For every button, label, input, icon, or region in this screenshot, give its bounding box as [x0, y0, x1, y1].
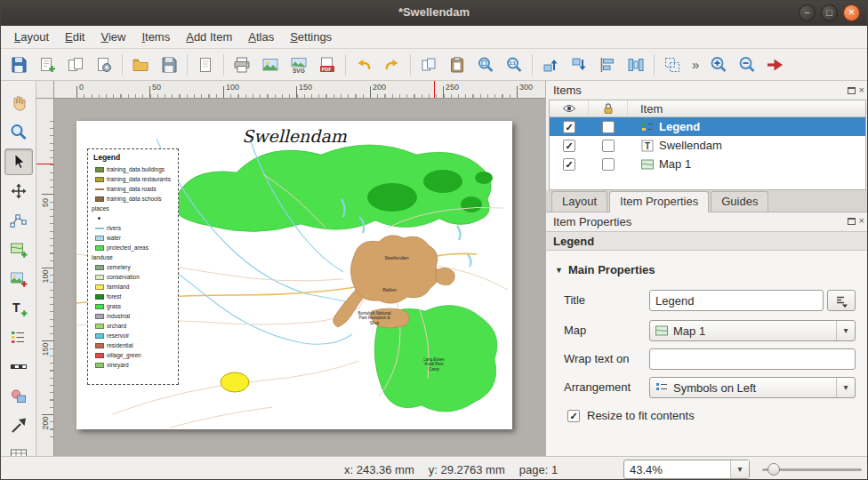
save-as-template-button[interactable] — [155, 51, 183, 79]
visibility-checkbox[interactable]: ✓ — [563, 140, 575, 152]
atlas-next-button[interactable] — [761, 51, 790, 79]
add-arrow-button[interactable] — [4, 412, 33, 439]
item-row-label: Legend — [659, 120, 700, 133]
chevron-down-icon: ▾ — [836, 378, 855, 397]
minimize-button[interactable]: − — [799, 4, 816, 21]
items-row-legend[interactable]: ✓ Legend — [550, 117, 865, 136]
menu-items[interactable]: Items — [133, 28, 178, 46]
distribute-items-button[interactable] — [622, 51, 650, 79]
menu-atlas[interactable]: Atlas — [240, 28, 282, 46]
zoom-slider-handle[interactable] — [768, 463, 780, 476]
zoom-level-combo[interactable]: ▾ — [623, 460, 750, 479]
lower-items-button[interactable] — [565, 51, 593, 79]
menu-edit[interactable]: Edit — [57, 28, 92, 46]
add-pages-button[interactable] — [191, 51, 220, 79]
group-icon — [663, 55, 682, 75]
item-row-label: Map 1 — [659, 157, 691, 171]
chevron-down-icon: ▾ — [836, 321, 855, 340]
visibility-checkbox[interactable]: ✓ — [563, 158, 575, 171]
menu-layout[interactable]: Layout — [6, 28, 57, 46]
title-bar: *Swellendam − □ × — [1, 1, 867, 27]
map-item-icon — [640, 157, 655, 172]
close-button[interactable]: × — [843, 4, 860, 21]
legend-item-icon — [640, 120, 655, 134]
maximize-button[interactable]: □ — [821, 4, 838, 21]
properties-panel-float-icon[interactable] — [848, 218, 856, 225]
add-label-button[interactable]: T — [4, 295, 33, 322]
edit-nodes-tool-button[interactable] — [4, 207, 33, 234]
wrap-text-input[interactable] — [649, 348, 856, 370]
duplicate-layout-button[interactable] — [61, 51, 90, 79]
layout-page[interactable]: Swellendam Railton Bontebok National Par… — [76, 121, 512, 429]
group-items-button[interactable] — [658, 51, 687, 79]
save-icon — [9, 55, 28, 75]
align-items-button[interactable] — [593, 51, 622, 79]
menu-view[interactable]: View — [92, 28, 133, 46]
legend-title-input[interactable] — [649, 290, 824, 311]
lock-checkbox[interactable] — [602, 121, 615, 133]
export-svg-button[interactable]: SVG — [285, 51, 313, 79]
select-move-item-tool-button[interactable] — [4, 148, 33, 175]
paste-icon — [447, 55, 467, 75]
items-panel-float-icon[interactable] — [848, 87, 856, 94]
menu-add-item[interactable]: Add Item — [178, 28, 240, 46]
add-map-button[interactable] — [4, 236, 33, 263]
tab-layout[interactable]: Layout — [551, 191, 607, 212]
legend-entry: farmland — [95, 282, 176, 292]
tab-guides[interactable]: Guides — [711, 191, 768, 212]
cursor-x-readout: x: 243.36 mm — [344, 463, 414, 476]
resize-to-fit-checkbox[interactable]: ✓ — [567, 410, 580, 422]
export-image-button[interactable] — [256, 51, 285, 79]
paste-button[interactable] — [443, 51, 471, 79]
tab-item-properties[interactable]: Item Properties — [609, 191, 709, 212]
items-row-map1[interactable]: ✓ Map 1 — [550, 155, 865, 173]
visibility-checkbox[interactable]: ✓ — [563, 121, 575, 133]
map-field-label: Map — [564, 324, 586, 337]
zoom-slider[interactable] — [762, 460, 862, 479]
zoom-actual-button[interactable]: 1:1 — [500, 51, 528, 79]
items-column-header: Item — [628, 100, 865, 116]
add-scalebar-button[interactable] — [4, 354, 33, 380]
zoom-out-button[interactable] — [733, 51, 761, 79]
export-pdf-button[interactable]: PDF — [313, 51, 342, 79]
zoom-level-input[interactable] — [624, 460, 730, 478]
undo-button[interactable] — [350, 51, 378, 79]
map-select[interactable]: Map 1 ▾ — [649, 320, 856, 341]
zoom-in-button[interactable] — [704, 51, 733, 79]
lock-checkbox[interactable] — [602, 158, 615, 171]
move-item-content-tool-button[interactable] — [4, 178, 33, 204]
menu-settings[interactable]: Settings — [282, 28, 340, 46]
layout-canvas[interactable]: Swellendam Railton Bontebok National Par… — [54, 99, 545, 456]
pdf-export-icon: PDF — [317, 55, 337, 75]
data-defined-override-button[interactable] — [827, 290, 856, 311]
pan-tool-button[interactable] — [4, 90, 33, 116]
zoom-full-button[interactable] — [471, 51, 500, 79]
add-shape-button[interactable] — [4, 383, 33, 410]
properties-panel-close-icon[interactable]: × — [859, 216, 864, 226]
distribute-icon — [626, 55, 646, 75]
arrangement-select[interactable]: Symbols on Left ▾ — [649, 377, 856, 398]
items-panel-close-icon[interactable]: × — [859, 85, 864, 95]
zoom-tool-button[interactable] — [4, 119, 33, 146]
layout-manager-button[interactable] — [90, 51, 118, 79]
raise-items-button[interactable] — [536, 51, 565, 79]
title-label-item[interactable]: Swellendam — [76, 126, 512, 146]
main-properties-group-header[interactable]: ▼ Main Properties — [555, 263, 655, 276]
lock-icon — [601, 101, 615, 116]
hruler-label: 250 — [446, 83, 459, 92]
copy-button[interactable] — [414, 51, 443, 79]
add-legend-button[interactable] — [4, 324, 33, 351]
save-project-button[interactable] — [4, 51, 33, 79]
redo-button[interactable] — [378, 51, 406, 79]
print-button[interactable] — [228, 51, 256, 79]
toolbar-overflow-chevron[interactable]: » — [687, 57, 704, 72]
map-label-camp: Lang Elsies Kraal Rest Camp — [422, 357, 446, 372]
items-row-swellendam[interactable]: ✓ TSwellendam — [550, 136, 865, 155]
new-layout-button[interactable] — [33, 51, 61, 79]
load-template-button[interactable] — [126, 51, 155, 79]
lock-checkbox[interactable] — [602, 140, 615, 152]
legend-item[interactable]: Legend training_data buildings training_… — [87, 148, 179, 385]
vruler-label: 50 — [41, 195, 50, 211]
label-item-icon: T — [640, 139, 655, 153]
add-picture-button[interactable] — [4, 266, 33, 292]
